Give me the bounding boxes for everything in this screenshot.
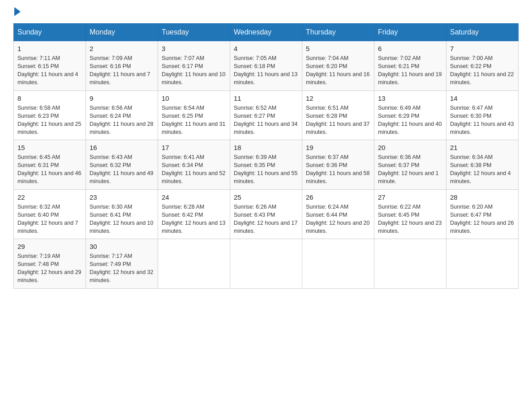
column-header-thursday: Thursday (302, 24, 374, 41)
calendar-cell (302, 239, 374, 289)
day-info: Sunrise: 6:41 AMSunset: 6:34 PMDaylight:… (162, 153, 226, 186)
day-number: 17 (162, 144, 226, 151)
calendar-cell: 19Sunrise: 6:37 AMSunset: 6:36 PMDayligh… (302, 140, 374, 190)
calendar-cell: 27Sunrise: 6:22 AMSunset: 6:45 PMDayligh… (374, 189, 446, 239)
day-number: 1 (17, 45, 82, 52)
day-number: 6 (378, 45, 442, 52)
column-header-friday: Friday (374, 24, 446, 41)
calendar-cell: 2Sunrise: 7:09 AMSunset: 6:16 PMDaylight… (86, 41, 158, 91)
calendar-cell: 12Sunrise: 6:51 AMSunset: 6:28 PMDayligh… (302, 90, 374, 140)
calendar-cell: 11Sunrise: 6:52 AMSunset: 6:27 PMDayligh… (230, 90, 302, 140)
calendar-cell: 10Sunrise: 6:54 AMSunset: 6:25 PMDayligh… (158, 90, 230, 140)
day-number: 25 (234, 193, 298, 201)
day-number: 9 (90, 94, 154, 102)
day-info: Sunrise: 6:43 AMSunset: 6:32 PMDaylight:… (90, 153, 154, 186)
calendar-cell: 18Sunrise: 6:39 AMSunset: 6:35 PMDayligh… (230, 140, 302, 190)
column-header-saturday: Saturday (446, 24, 519, 41)
day-info: Sunrise: 7:00 AMSunset: 6:22 PMDaylight:… (450, 54, 515, 87)
calendar-week-row: 8Sunrise: 6:58 AMSunset: 6:23 PMDaylight… (14, 90, 519, 140)
day-info: Sunrise: 7:07 AMSunset: 6:17 PMDaylight:… (162, 54, 226, 87)
day-number: 12 (306, 94, 370, 102)
day-info: Sunrise: 6:49 AMSunset: 6:29 PMDaylight:… (378, 104, 442, 137)
calendar-cell (446, 239, 519, 289)
calendar-week-row: 15Sunrise: 6:45 AMSunset: 6:31 PMDayligh… (14, 140, 519, 190)
calendar-cell: 3Sunrise: 7:07 AMSunset: 6:17 PMDaylight… (158, 41, 230, 91)
calendar-cell: 6Sunrise: 7:02 AMSunset: 6:21 PMDaylight… (374, 41, 446, 91)
day-number: 7 (450, 45, 515, 52)
day-info: Sunrise: 6:47 AMSunset: 6:30 PMDaylight:… (450, 104, 515, 137)
day-number: 19 (306, 144, 370, 151)
calendar-header-row: SundayMondayTuesdayWednesdayThursdayFrid… (14, 24, 519, 41)
day-number: 3 (162, 45, 226, 52)
day-number: 16 (90, 144, 154, 151)
day-info: Sunrise: 6:52 AMSunset: 6:27 PMDaylight:… (234, 104, 298, 137)
day-number: 11 (234, 94, 298, 102)
column-header-wednesday: Wednesday (230, 24, 302, 41)
column-header-sunday: Sunday (14, 24, 86, 41)
logo (13, 9, 21, 16)
day-number: 29 (17, 243, 82, 250)
column-header-monday: Monday (86, 24, 158, 41)
page-header (13, 9, 519, 16)
calendar-cell: 13Sunrise: 6:49 AMSunset: 6:29 PMDayligh… (374, 90, 446, 140)
day-number: 15 (17, 144, 82, 151)
day-info: Sunrise: 6:30 AMSunset: 6:41 PMDaylight:… (90, 203, 154, 235)
calendar-week-row: 1Sunrise: 7:11 AMSunset: 6:15 PMDaylight… (14, 41, 519, 91)
calendar-cell: 25Sunrise: 6:26 AMSunset: 6:43 PMDayligh… (230, 189, 302, 239)
calendar-cell: 29Sunrise: 7:19 AMSunset: 7:48 PMDayligh… (14, 239, 86, 289)
calendar-cell: 23Sunrise: 6:30 AMSunset: 6:41 PMDayligh… (86, 189, 158, 239)
day-info: Sunrise: 6:58 AMSunset: 6:23 PMDaylight:… (17, 104, 82, 137)
day-info: Sunrise: 6:37 AMSunset: 6:36 PMDaylight:… (306, 153, 370, 186)
calendar-cell: 17Sunrise: 6:41 AMSunset: 6:34 PMDayligh… (158, 140, 230, 190)
day-number: 30 (90, 243, 154, 250)
day-info: Sunrise: 6:36 AMSunset: 6:37 PMDaylight:… (378, 153, 442, 186)
day-number: 4 (234, 45, 298, 52)
calendar-cell: 15Sunrise: 6:45 AMSunset: 6:31 PMDayligh… (14, 140, 86, 190)
calendar-cell: 7Sunrise: 7:00 AMSunset: 6:22 PMDaylight… (446, 41, 519, 91)
day-info: Sunrise: 6:32 AMSunset: 6:40 PMDaylight:… (17, 203, 82, 235)
day-info: Sunrise: 6:39 AMSunset: 6:35 PMDaylight:… (234, 153, 298, 186)
calendar-cell: 14Sunrise: 6:47 AMSunset: 6:30 PMDayligh… (446, 90, 519, 140)
calendar-cell: 1Sunrise: 7:11 AMSunset: 6:15 PMDaylight… (14, 41, 86, 91)
calendar-cell: 9Sunrise: 6:56 AMSunset: 6:24 PMDaylight… (86, 90, 158, 140)
day-number: 13 (378, 94, 442, 102)
day-number: 10 (162, 94, 226, 102)
day-info: Sunrise: 7:02 AMSunset: 6:21 PMDaylight:… (378, 54, 442, 87)
day-info: Sunrise: 7:19 AMSunset: 7:48 PMDaylight:… (17, 252, 82, 285)
calendar-cell: 4Sunrise: 7:05 AMSunset: 6:18 PMDaylight… (230, 41, 302, 91)
column-header-tuesday: Tuesday (158, 24, 230, 41)
calendar-cell: 26Sunrise: 6:24 AMSunset: 6:44 PMDayligh… (302, 189, 374, 239)
day-info: Sunrise: 6:24 AMSunset: 6:44 PMDaylight:… (306, 203, 370, 235)
day-number: 8 (17, 94, 82, 102)
calendar-cell: 16Sunrise: 6:43 AMSunset: 6:32 PMDayligh… (86, 140, 158, 190)
day-info: Sunrise: 6:26 AMSunset: 6:43 PMDaylight:… (234, 203, 298, 235)
calendar-cell (158, 239, 230, 289)
calendar-cell (230, 239, 302, 289)
day-info: Sunrise: 6:20 AMSunset: 6:47 PMDaylight:… (450, 203, 515, 235)
day-number: 28 (450, 193, 515, 201)
logo-arrow-icon (14, 7, 21, 16)
day-info: Sunrise: 7:17 AMSunset: 7:49 PMDaylight:… (90, 252, 154, 285)
day-number: 14 (450, 94, 515, 102)
calendar-cell: 22Sunrise: 6:32 AMSunset: 6:40 PMDayligh… (14, 189, 86, 239)
day-info: Sunrise: 7:11 AMSunset: 6:15 PMDaylight:… (17, 54, 82, 87)
calendar-table: SundayMondayTuesdayWednesdayThursdayFrid… (13, 23, 519, 289)
day-number: 2 (90, 45, 154, 52)
day-info: Sunrise: 6:22 AMSunset: 6:45 PMDaylight:… (378, 203, 442, 235)
day-number: 27 (378, 193, 442, 201)
day-info: Sunrise: 7:04 AMSunset: 6:20 PMDaylight:… (306, 54, 370, 87)
day-info: Sunrise: 6:51 AMSunset: 6:28 PMDaylight:… (306, 104, 370, 137)
day-number: 5 (306, 45, 370, 52)
calendar-cell: 20Sunrise: 6:36 AMSunset: 6:37 PMDayligh… (374, 140, 446, 190)
day-info: Sunrise: 6:54 AMSunset: 6:25 PMDaylight:… (162, 104, 226, 137)
calendar-week-row: 29Sunrise: 7:19 AMSunset: 7:48 PMDayligh… (14, 239, 519, 289)
day-number: 26 (306, 193, 370, 201)
day-number: 18 (234, 144, 298, 151)
day-number: 22 (17, 193, 82, 201)
calendar-cell: 21Sunrise: 6:34 AMSunset: 6:38 PMDayligh… (446, 140, 519, 190)
day-info: Sunrise: 6:28 AMSunset: 6:42 PMDaylight:… (162, 203, 226, 235)
day-number: 23 (90, 193, 154, 201)
day-info: Sunrise: 7:09 AMSunset: 6:16 PMDaylight:… (90, 54, 154, 87)
calendar-week-row: 22Sunrise: 6:32 AMSunset: 6:40 PMDayligh… (14, 189, 519, 239)
day-number: 21 (450, 144, 515, 151)
